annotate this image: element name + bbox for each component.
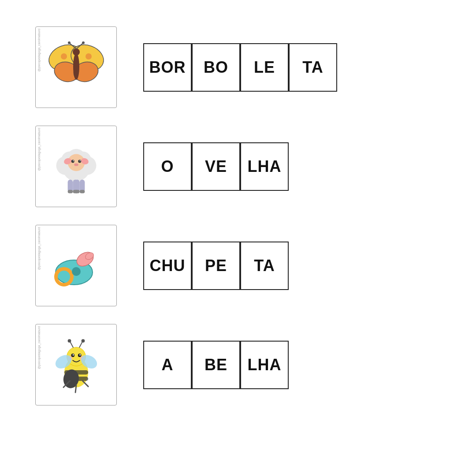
syllables-chupeta: CHU PE TA [143, 242, 289, 290]
svg-line-57 [75, 385, 76, 392]
syllable-ta: TA [289, 43, 337, 92]
syllable-pe: PE [192, 242, 240, 290]
syllable-chu: CHU [143, 242, 192, 290]
syllable-bor: BOR [143, 43, 192, 92]
syllables-borboleta: BOR BO LE TA [143, 43, 337, 92]
syllable-lha: LHA [240, 142, 289, 191]
syllable-bo: BO [192, 43, 240, 92]
svg-point-5 [86, 53, 92, 60]
image-pacifier: @psicopedagoga_carolmaburd [35, 225, 117, 306]
svg-point-46 [79, 354, 81, 355]
svg-rect-33 [79, 190, 85, 193]
svg-point-21 [71, 160, 74, 163]
svg-point-9 [68, 41, 71, 44]
page: @psicopedagoga_carolmaburd [0, 0, 476, 476]
svg-point-22 [78, 160, 81, 163]
bee-icon [45, 332, 107, 398]
watermark-2: @psicopedagoga_carolmaburd [37, 128, 41, 171]
row-abelha: @psicopedagoga_carolmaburd [35, 324, 441, 405]
svg-point-7 [73, 48, 80, 56]
syllable-ve: VE [192, 142, 240, 191]
svg-rect-30 [67, 190, 73, 193]
svg-point-23 [73, 160, 74, 161]
syllables-ovelha: O VE LHA [143, 142, 289, 191]
sheep-icon [45, 134, 107, 200]
syllable-lha2: LHA [240, 341, 289, 389]
syllable-ta2: TA [240, 242, 289, 290]
watermark-1: @psicopedagoga_carolmaburd [37, 29, 41, 71]
svg-point-38 [72, 267, 81, 276]
svg-point-52 [81, 339, 85, 342]
row-chupeta: @psicopedagoga_carolmaburd CHU PE TA [35, 225, 441, 306]
svg-point-6 [73, 53, 79, 80]
syllable-le: LE [240, 43, 289, 92]
svg-rect-32 [73, 190, 78, 193]
image-sheep: @psicopedagoga_carolmaburd [35, 126, 117, 207]
row-borboleta: @psicopedagoga_carolmaburd [35, 26, 441, 108]
row-ovelha: @psicopedagoga_carolmaburd [35, 126, 441, 207]
watermark-3: @psicopedagoga_carolmaburd [37, 227, 41, 270]
image-bee: @psicopedagoga_carolmaburd [35, 324, 117, 405]
image-butterfly: @psicopedagoga_carolmaburd [35, 26, 117, 108]
svg-point-25 [74, 163, 78, 166]
syllable-be: BE [192, 341, 240, 389]
watermark-4: @psicopedagoga_carolmaburd [37, 326, 41, 369]
svg-point-24 [79, 160, 80, 161]
pacifier-icon [45, 235, 107, 297]
butterfly-icon [45, 37, 107, 98]
svg-point-11 [82, 41, 85, 44]
svg-point-45 [72, 354, 74, 355]
syllables-abelha: A BE LHA [143, 341, 289, 389]
syllable-o: O [143, 142, 192, 191]
syllable-a: A [143, 341, 192, 389]
svg-point-50 [67, 339, 71, 342]
svg-point-4 [61, 53, 67, 60]
